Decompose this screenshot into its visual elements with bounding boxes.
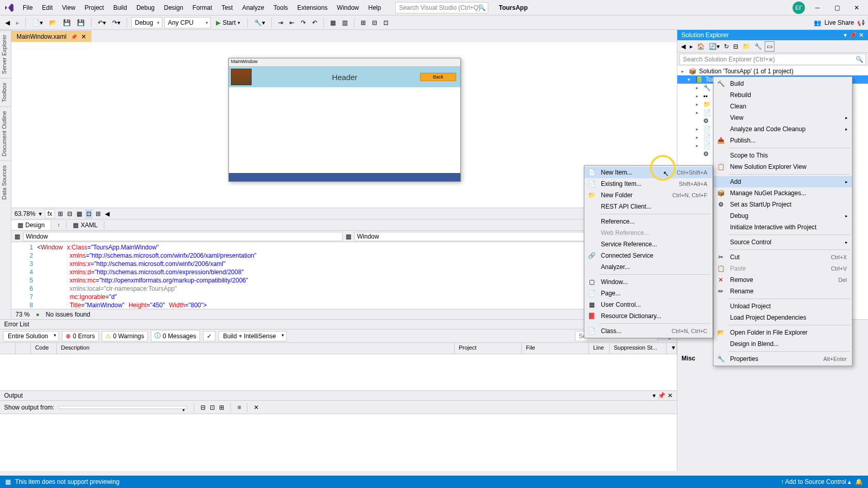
ctx-window[interactable]: ▢Window... xyxy=(584,276,712,288)
forward-nav-button[interactable]: ▸ xyxy=(14,18,21,27)
snapline-icon[interactable]: ⊡ xyxy=(85,209,92,218)
panel-close-icon[interactable]: ✕ xyxy=(668,392,673,399)
ctx-service-reference[interactable]: Service Reference... xyxy=(584,239,712,250)
tool-icon-1[interactable]: 🔧▾ xyxy=(252,18,267,27)
sol-collapse-icon[interactable]: ⊟ xyxy=(732,42,740,51)
canvas-back-button[interactable]: Back xyxy=(420,73,456,81)
sol-home-icon[interactable]: 🏠 xyxy=(695,42,706,51)
menu-build[interactable]: Build xyxy=(109,2,131,13)
ctx-new-item[interactable]: 📄New Item...Ctrl+Shift+A xyxy=(584,167,712,178)
ctx-add[interactable]: Add▸ xyxy=(714,176,852,187)
xaml-scope-combo[interactable]: Window xyxy=(23,232,343,241)
sol-refresh-icon[interactable]: ↻ xyxy=(722,42,731,51)
undo-button[interactable]: ↶▾ xyxy=(96,18,108,27)
menu-analyze[interactable]: Analyze xyxy=(238,2,269,13)
ctx-existing-item[interactable]: 📄Existing Item...Shift+Alt+A xyxy=(584,178,712,190)
sol-showall-icon[interactable]: 📁 xyxy=(741,42,752,51)
rail-data-sources[interactable]: Data Sources xyxy=(0,161,11,204)
ctx-newview[interactable]: 📋New Solution Explorer View xyxy=(714,161,852,172)
panel-pin-icon[interactable]: 📌 xyxy=(658,392,665,399)
menu-help[interactable]: Help xyxy=(364,2,385,13)
messages-filter[interactable]: ⓘ0 Messages xyxy=(151,330,200,342)
col-filter-icon[interactable]: ▼ xyxy=(667,343,677,354)
user-avatar[interactable]: ЕГ xyxy=(793,2,805,14)
menu-debug[interactable]: Debug xyxy=(132,2,159,13)
col-suppression[interactable]: Suppression St... xyxy=(610,343,667,354)
new-project-button[interactable]: 📄▾ xyxy=(30,18,45,27)
redo-button[interactable]: ↷▾ xyxy=(110,18,122,27)
col-code[interactable]: Code xyxy=(31,343,57,354)
code-text[interactable]: <Window x:Class="ToursApp.MainWindow" xm… xyxy=(37,242,677,309)
ctx-rebuild[interactable]: Rebuild xyxy=(714,89,852,101)
effects-toggle[interactable]: fx xyxy=(45,209,55,218)
menu-edit[interactable]: Edit xyxy=(38,2,57,13)
code-editor[interactable]: 12345678 <Window x:Class="ToursApp.MainW… xyxy=(11,242,677,309)
ctx-blend[interactable]: Design in Blend... xyxy=(714,338,852,350)
rail-doc-outline[interactable]: Document Outline xyxy=(0,106,11,161)
ctx-rename[interactable]: ✏Rename xyxy=(714,286,852,297)
layout-icon-1[interactable]: ▦ xyxy=(328,18,338,27)
panel-dropdown-icon[interactable]: ▾ xyxy=(653,392,656,399)
ctx-source-control[interactable]: Source Control▸ xyxy=(714,237,852,248)
output-tool-icon[interactable]: ⊡ xyxy=(210,404,215,411)
rail-toolbox[interactable]: Toolbox xyxy=(0,78,11,106)
step-over-icon[interactable]: ↷ xyxy=(299,18,308,27)
grid2-icon[interactable]: ⊟ xyxy=(66,209,73,218)
menu-view[interactable]: View xyxy=(58,2,80,13)
ctx-debug[interactable]: Debug▸ xyxy=(714,210,852,222)
design-canvas[interactable]: MainWindow Header Back xyxy=(228,58,461,182)
step-out-icon[interactable]: ⇤ xyxy=(287,18,297,27)
col-file[interactable]: File xyxy=(522,343,589,354)
tab-xaml[interactable]: ▦XAML xyxy=(67,221,104,230)
zoom-dropdown-icon[interactable]: ▾ xyxy=(38,209,43,218)
layout-icon-5[interactable]: ⊡ xyxy=(381,18,391,27)
ctx-build[interactable]: 🔨Build xyxy=(714,78,852,89)
sol-fwd-icon[interactable]: ▸ xyxy=(688,42,694,51)
ctx-usercontrol[interactable]: ▦User Control... xyxy=(584,299,712,310)
sol-sync-icon[interactable]: 🔄▾ xyxy=(707,42,721,51)
open-button[interactable]: 📂 xyxy=(47,18,59,27)
ctx-reference[interactable]: Reference... xyxy=(584,216,712,227)
arrow-icon[interactable]: ◀ xyxy=(104,209,111,218)
save-button[interactable]: 💾 xyxy=(61,18,73,27)
output-source-combo[interactable] xyxy=(58,406,188,409)
layout-icon-2[interactable]: ▥ xyxy=(340,18,350,27)
output-tool-icon[interactable]: ≡ xyxy=(237,404,241,411)
ctx-analyzer[interactable]: Analyzer... xyxy=(584,261,712,273)
output-tool-icon[interactable]: ⊞ xyxy=(219,404,224,411)
col-project[interactable]: Project xyxy=(455,343,522,354)
output-tool-icon[interactable]: ⊟ xyxy=(200,404,206,411)
tab-swap[interactable]: ↕ xyxy=(51,221,67,229)
notifications-icon[interactable]: 🔔 xyxy=(855,478,863,485)
quick-launch-search[interactable]: Search Visual Studio (Ctrl+Q) 🔍 xyxy=(395,2,488,13)
menu-format[interactable]: Format xyxy=(189,2,216,13)
ctx-connected-service[interactable]: 🔗Connected Service xyxy=(584,250,712,261)
menu-tools[interactable]: Tools xyxy=(269,2,292,13)
errors-filter[interactable]: ⊗0 Errors xyxy=(62,331,99,341)
platform-combo[interactable]: Any CPU xyxy=(164,17,211,28)
ctx-resource-dict[interactable]: 📕Resource Dictionary... xyxy=(584,310,712,322)
back-nav-button[interactable]: ◀ xyxy=(3,18,12,27)
col-line[interactable]: Line xyxy=(589,343,610,354)
ctx-remove[interactable]: ✕RemoveDel xyxy=(714,274,852,286)
menu-test[interactable]: Test xyxy=(218,2,237,13)
ctx-analyze[interactable]: Analyze and Code Cleanup▸ xyxy=(714,123,852,135)
live-share-button[interactable]: Live Share xyxy=(825,19,854,26)
ctx-class[interactable]: 📄Class...Ctrl+N, Ctrl+C xyxy=(584,325,712,337)
tree-solution-root[interactable]: ▸📦 Solution 'ToursApp' (1 of 1 project) xyxy=(677,67,868,75)
grid-icon[interactable]: ⊞ xyxy=(57,209,64,218)
panel-close-icon[interactable]: ✕ xyxy=(859,32,864,39)
maximize-button[interactable]: ▢ xyxy=(830,2,844,13)
pin-icon[interactable]: 📌 xyxy=(71,34,77,40)
menu-project[interactable]: Project xyxy=(81,2,108,13)
designer-surface[interactable]: MainWindow Header Back xyxy=(11,42,677,208)
error-source-combo[interactable]: Build + IntelliSense xyxy=(219,331,287,341)
feedback-icon[interactable]: 📢 xyxy=(857,19,865,26)
sol-back-icon[interactable]: ◀ xyxy=(679,42,687,51)
tab-design[interactable]: ▦Design xyxy=(11,221,51,230)
ctx-publish[interactable]: 📤Publish... xyxy=(714,135,852,146)
layout-icon-4[interactable]: ⊟ xyxy=(370,18,379,27)
step-icon[interactable]: ⇥ xyxy=(276,18,285,27)
panel-dropdown-icon[interactable]: ▾ xyxy=(844,32,847,39)
ctx-unload[interactable]: Unload Project xyxy=(714,301,852,312)
